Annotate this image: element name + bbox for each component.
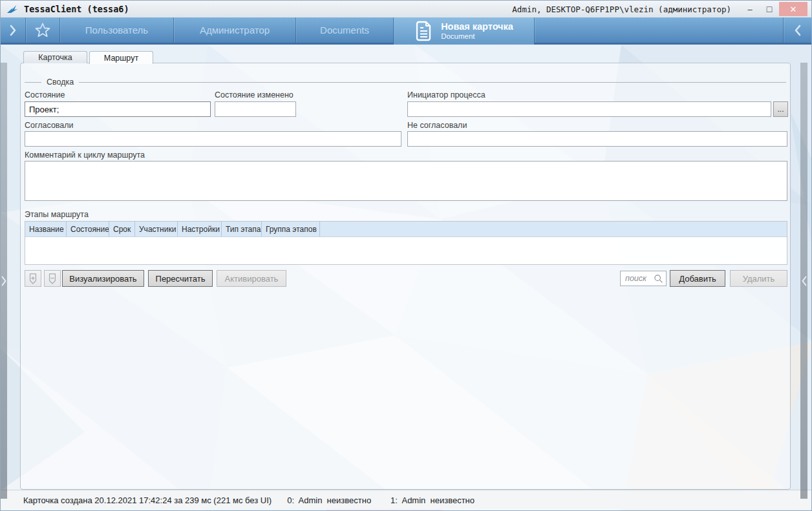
column-header[interactable]: Тип этапа [222, 222, 262, 236]
stages-table-body[interactable] [25, 237, 787, 265]
main-navbar: Пользователь Администратор Documents Нов… [1, 17, 811, 45]
approved-input[interactable] [25, 131, 401, 147]
nav-tab-new-card[interactable]: Новая карточка Document [394, 17, 534, 45]
shield-minus-icon [47, 273, 58, 284]
comment-textarea[interactable] [25, 161, 787, 201]
chevron-left-icon [802, 276, 807, 286]
route-panel: Сводка Состояние Состояние изменено Иниц… [20, 63, 791, 490]
tab-route[interactable]: Маршрут [89, 51, 153, 64]
user-info: Admin, DESKTOP-Q6FP1PP\vlezin (администр… [512, 5, 731, 14]
initiator-browse-button[interactable]: ... [773, 101, 788, 117]
summary-group-title: Сводка [47, 78, 74, 87]
tab-card[interactable]: Карточка [23, 51, 87, 63]
nav-expand-button[interactable] [1, 17, 25, 43]
star-icon [35, 23, 50, 37]
approved-label: Согласовали [25, 121, 74, 130]
stages-search-input[interactable] [625, 274, 654, 283]
nav-tab-new-card-texts: Новая карточка Document [441, 21, 513, 41]
nav-tab-new-card-title: Новая карточка [441, 21, 513, 32]
delete-stage-button[interactable]: Удалить [730, 270, 787, 287]
not-approved-input[interactable] [407, 131, 787, 147]
favorites-button[interactable] [26, 17, 59, 43]
not-approved-label: Не согласовали [407, 121, 467, 130]
stages-search-box[interactable] [620, 271, 667, 286]
close-button[interactable]: ✕ [779, 2, 807, 16]
column-header[interactable]: Срок [109, 222, 135, 236]
state-input[interactable] [25, 101, 211, 117]
nav-right [783, 17, 811, 43]
minimize-button[interactable]: – [740, 2, 760, 16]
nav-tab-documents[interactable]: Documents [296, 17, 393, 43]
visualize-button[interactable]: Визуализировать [62, 270, 144, 287]
left-panel-toggle[interactable] [1, 63, 7, 499]
session-info-0: 0: Admin неизвестно [287, 495, 371, 505]
remove-stage-group-button[interactable] [44, 270, 61, 287]
nav-collapse-button[interactable] [784, 17, 811, 43]
session-info-1: 1: Admin неизвестно [390, 495, 475, 505]
card-view-tabs: Карточка Маршрут [23, 51, 153, 64]
activate-button[interactable]: Активировать [217, 270, 286, 287]
app-window: TessaClient (tessa6) Admin, DESKTOP-Q6FP… [0, 0, 812, 511]
chevron-left-icon [795, 25, 801, 36]
nav-tab-new-card-subtitle: Document [441, 32, 513, 41]
shield-plus-icon [28, 273, 38, 284]
chevron-right-icon [10, 25, 16, 36]
column-header-filler [320, 222, 787, 236]
right-panel-toggle[interactable] [800, 63, 807, 499]
nav-tab-admin[interactable]: Администратор [174, 17, 295, 43]
app-logo-icon [7, 5, 18, 14]
document-icon [414, 20, 433, 42]
status-message: Карточка создана 20.12.2021 17:42:24 за … [23, 495, 272, 505]
comment-label: Комментарий к циклу маршрута [25, 151, 145, 160]
nav-tab-user[interactable]: Пользователь [60, 17, 173, 43]
summary-groupbox-header: Сводка [25, 78, 786, 87]
nav-divider [534, 17, 535, 43]
status-bar: Карточка создана 20.12.2021 17:42:24 за … [1, 490, 812, 510]
initiator-label: Инициатор процесса [407, 90, 486, 99]
title-bar-right: Admin, DESKTOP-Q6FP1PP\vlezin (администр… [512, 2, 807, 16]
add-stage-group-button[interactable] [25, 270, 41, 287]
column-header[interactable]: Участники [135, 222, 178, 236]
stages-table-header: Название Состояние Срок Участники Настро… [25, 222, 787, 237]
column-header[interactable]: Название [25, 222, 67, 236]
chevron-right-icon [1, 276, 6, 286]
stages-section-label: Этапы маршрута [25, 210, 89, 219]
stages-table[interactable]: Название Состояние Срок Участники Настро… [25, 221, 787, 265]
state-changed-label: Состояние изменено [215, 90, 294, 99]
add-stage-button[interactable]: Добавить [670, 270, 725, 287]
title-bar: TessaClient (tessa6) Admin, DESKTOP-Q6FP… [1, 1, 811, 17]
search-icon [654, 274, 663, 284]
state-label: Состояние [25, 90, 65, 99]
column-header[interactable]: Состояние [67, 222, 109, 236]
column-header[interactable]: Группа этапов [262, 222, 320, 236]
maximize-button[interactable]: □ [760, 2, 779, 16]
state-changed-input[interactable] [215, 101, 296, 117]
recalculate-button[interactable]: Пересчитать [148, 270, 213, 287]
window-title: TessaClient (tessa6) [24, 4, 129, 14]
initiator-input[interactable] [407, 101, 771, 117]
column-header[interactable]: Настройки [178, 222, 222, 236]
